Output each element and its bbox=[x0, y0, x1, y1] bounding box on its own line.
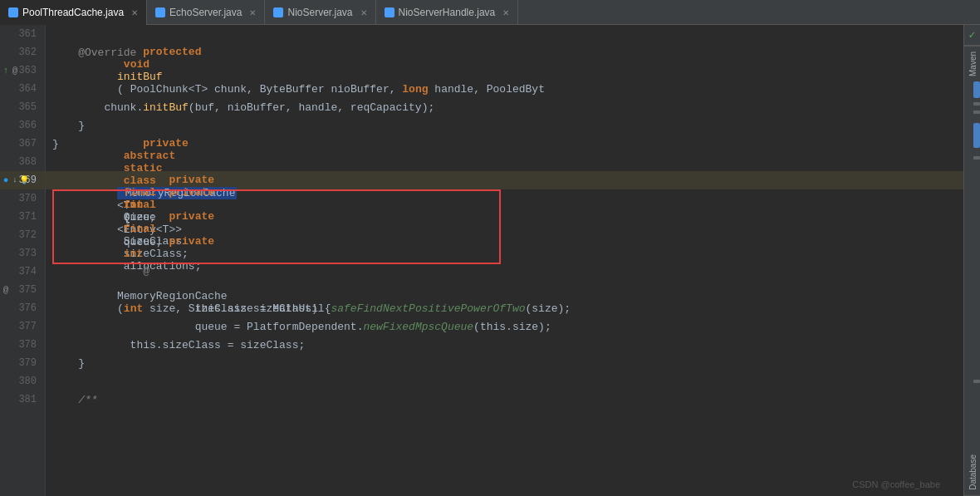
line-number-374: 374 bbox=[18, 266, 42, 277]
gutter-line-361: 361 bbox=[0, 25, 45, 43]
tab-poolthreadcache[interactable]: PoolThreadCache.java ✕ bbox=[0, 0, 147, 25]
code-line-377: queue = PlatformDependent.newFixedMpscQu… bbox=[46, 317, 963, 336]
kw-private-372: private bbox=[117, 210, 214, 223]
gutter-line-370: 370 bbox=[0, 189, 45, 208]
tab-close-nioserver[interactable]: ✕ bbox=[360, 8, 367, 17]
gutter-line-366: 366 bbox=[0, 116, 45, 135]
tab-close-nioserverhandle[interactable]: ✕ bbox=[502, 8, 509, 17]
kw-private-373: private bbox=[117, 235, 214, 248]
code-379: } bbox=[52, 357, 85, 370]
line-number-361: 361 bbox=[18, 28, 42, 40]
scroll-thumb-mid bbox=[973, 123, 980, 148]
tab-label-nioserverhandle: NioServerHandle.java bbox=[399, 7, 496, 18]
tabs-bar: PoolThreadCache.java ✕ EchoServer.java ✕… bbox=[0, 0, 980, 25]
line-number-377: 377 bbox=[18, 321, 42, 332]
at-icon-363: @ bbox=[11, 66, 19, 75]
code-area[interactable]: @Override protected void initBuf ( PoolC… bbox=[46, 25, 963, 496]
gutter-icons-363: ↑ @ bbox=[2, 66, 19, 75]
code-364: PoolChunk<T> chunk, ByteBuffer nioBuffer… bbox=[52, 83, 545, 96]
tab-label-nioserver: NioServer.java bbox=[287, 7, 352, 18]
gutter-line-379: 379 bbox=[0, 354, 45, 372]
code-378: this.sizeClass = sizeClass; bbox=[52, 339, 305, 351]
line-number-373: 373 bbox=[18, 248, 42, 259]
scroll-marker-4 bbox=[973, 380, 980, 383]
gutter-line-365: 365 bbox=[0, 98, 45, 116]
line-number-378: 378 bbox=[18, 339, 42, 351]
bulb-icon-369[interactable]: 💡 bbox=[20, 176, 28, 184]
gutter-line-373: 373 bbox=[0, 244, 45, 263]
maven-label[interactable]: Maven bbox=[964, 46, 980, 81]
line-number-365: 365 bbox=[18, 101, 42, 113]
code-line-364: PoolChunk<T> chunk, ByteBuffer nioBuffer… bbox=[46, 80, 963, 98]
scroll-marker-1 bbox=[973, 102, 980, 106]
gutter-line-363: ↑ @ 363 bbox=[0, 61, 45, 80]
tab-nioserverhandle[interactable]: NioServerHandle.java ✕ bbox=[376, 0, 519, 25]
line-number-366: 366 bbox=[18, 120, 42, 131]
gutter-line-368: 368 bbox=[0, 153, 45, 171]
gutter-line-372: 372 bbox=[0, 226, 45, 244]
at-icon-375: @ bbox=[2, 286, 10, 294]
code-365: chunk.initBuf(buf, nioBuffer, handle, re… bbox=[52, 101, 434, 114]
kw-protected: protected bbox=[117, 46, 201, 58]
gutter-icons-369: ● ↓ 💡 bbox=[2, 176, 28, 184]
gutter-line-374: 374 bbox=[0, 263, 45, 281]
line-number-363: 363 bbox=[18, 65, 42, 76]
tab-icon-nioserverhandle bbox=[385, 7, 394, 17]
tab-icon-nioserver bbox=[273, 7, 283, 17]
watermark: CSDN @coffee_babe bbox=[852, 479, 940, 489]
code-line-378: this.sizeClass = sizeClass; bbox=[46, 336, 963, 354]
at-375: @ bbox=[117, 265, 149, 277]
tab-label-echoserver: EchoServer.java bbox=[169, 7, 242, 18]
database-label[interactable]: Database bbox=[964, 449, 980, 496]
tab-label-poolthreadcache: PoolThreadCache.java bbox=[22, 7, 124, 18]
comment-381: /** bbox=[52, 394, 98, 406]
line-number-371: 371 bbox=[18, 211, 42, 223]
line-number-372: 372 bbox=[18, 229, 42, 241]
queue-377: queue = PlatformDependent. bbox=[117, 321, 363, 333]
tab-close-poolthreadcache[interactable]: ✕ bbox=[131, 8, 138, 17]
gutter-line-377: 377 bbox=[0, 317, 45, 336]
gutter-line-367: 367 bbox=[0, 135, 45, 153]
tab-icon-echoserver bbox=[155, 7, 165, 17]
editor-container: PoolThreadCache.java ✕ EchoServer.java ✕… bbox=[0, 0, 980, 496]
tab-nioserver[interactable]: NioServer.java ✕ bbox=[265, 0, 375, 25]
gutter-line-362: 362 bbox=[0, 43, 45, 61]
indent-375 bbox=[117, 277, 143, 290]
tab-echoserver[interactable]: EchoServer.java ✕ bbox=[147, 0, 265, 25]
scroll-marker-3 bbox=[973, 156, 980, 160]
line-number-362: 362 bbox=[18, 47, 42, 58]
scroll-thumb-top bbox=[973, 81, 980, 98]
scroll-area[interactable] bbox=[964, 81, 980, 449]
gutter-icons-375: @ bbox=[2, 286, 10, 294]
scroll-marker-2 bbox=[973, 110, 980, 114]
tab-icon-poolthreadcache bbox=[8, 7, 18, 17]
side-panel: ✓ Maven Database bbox=[963, 25, 980, 496]
gutter-line-378: 378 bbox=[0, 336, 45, 354]
code-line-363: protected void initBuf ( bbox=[46, 61, 963, 80]
line-number-379: 379 bbox=[18, 357, 42, 369]
gutter-line-371: 371 bbox=[0, 208, 45, 226]
gutter-line-380: 380 bbox=[0, 372, 45, 390]
line-number-381: 381 bbox=[18, 394, 42, 405]
gutter-line-381: 381 bbox=[0, 390, 45, 409]
kw-void: void bbox=[117, 58, 156, 71]
line-number-370: 370 bbox=[18, 193, 42, 204]
arrow-icon-369: ↓ bbox=[11, 176, 19, 184]
line-number-380: 380 bbox=[18, 376, 42, 387]
gutter-line-376: 376 bbox=[0, 299, 45, 317]
gutter-line-364: 364 bbox=[0, 80, 45, 98]
line-number-368: 368 bbox=[18, 156, 42, 168]
kw-private-369: private bbox=[117, 137, 189, 150]
gutter-line-369: ● ↓ 💡 369 bbox=[0, 171, 45, 189]
code-line-379: } bbox=[46, 354, 963, 372]
line-number-367: 367 bbox=[18, 138, 42, 150]
tab-close-echoserver[interactable]: ✕ bbox=[249, 8, 256, 17]
line-number-375: 375 bbox=[18, 284, 42, 296]
check-mark: ✓ bbox=[964, 25, 980, 46]
kw-abstract-369: abstract bbox=[117, 150, 175, 162]
gutter-line-375: @ 375 bbox=[0, 281, 45, 299]
override-icon-363: ↑ bbox=[2, 66, 10, 75]
circle-icon-369[interactable]: ● bbox=[2, 176, 10, 184]
line-numbers-gutter: 361 362 ↑ @ 363 364 365 bbox=[0, 25, 46, 496]
kw-private-371: private bbox=[117, 186, 214, 199]
